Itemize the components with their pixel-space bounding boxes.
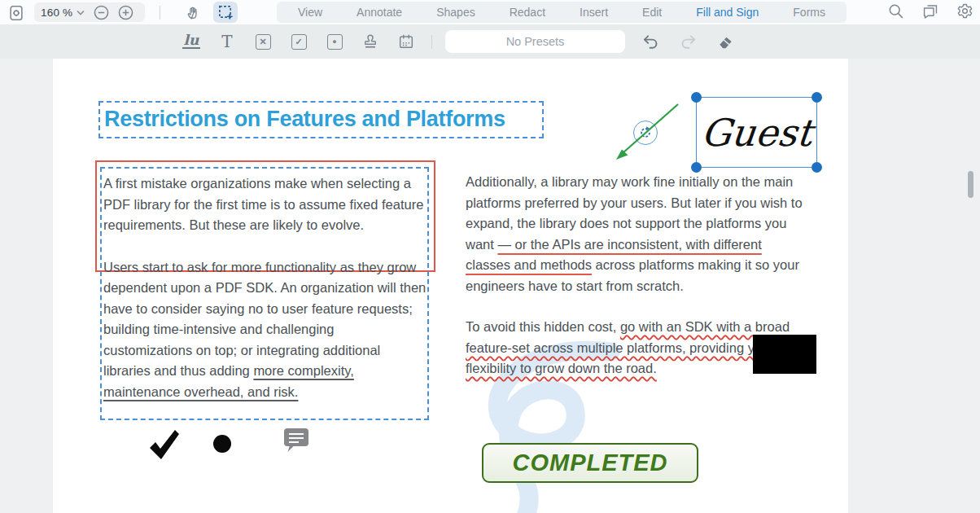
redaction-box[interactable] [753, 335, 816, 374]
menu-redact[interactable]: Redact [510, 6, 545, 19]
cross-box-icon: ✕ [256, 34, 271, 50]
document-settings-icon[interactable] [7, 3, 26, 23]
menu-fill-and-sign[interactable]: Fill and Sign [696, 6, 759, 19]
signature-text: Guest [699, 111, 814, 155]
fill-and-sign-toolbar: lu T ✕ ✓ ● No Presets [0, 24, 980, 59]
text-icon: T [221, 32, 232, 51]
resize-handle-bottom-left[interactable] [691, 162, 702, 173]
menu-view[interactable]: View [298, 6, 322, 19]
toolbar-divider [160, 6, 160, 20]
document-heading: Restrictions on Features and Platforms [104, 107, 542, 132]
eraser-button[interactable] [715, 31, 736, 52]
cross-box-tool[interactable]: ✕ [252, 31, 273, 52]
resize-handle-top-right[interactable] [812, 92, 822, 103]
top-toolbar: 160 % ViewAnnotateShapesRedactInsertEdit… [0, 0, 980, 24]
comment-annotation-icon[interactable] [282, 428, 311, 454]
undo-button[interactable] [640, 31, 661, 52]
stamp-tool[interactable] [360, 31, 381, 52]
zoom-in-button[interactable] [118, 5, 133, 20]
text-tool[interactable]: T [217, 31, 238, 52]
zoom-controls: 160 % [34, 2, 145, 22]
heading-annotation-box[interactable]: Restrictions on Features and Platforms [98, 101, 544, 138]
pan-hand-tool[interactable] [182, 2, 203, 22]
document-canvas: Restrictions on Features and Platforms A… [0, 59, 980, 513]
pdf-page[interactable]: Restrictions on Features and Platforms A… [53, 59, 848, 513]
dot-box-icon: ● [327, 34, 343, 50]
topbar-right-icons [887, 2, 973, 20]
text-segment-plain: Users start to ask for more functionalit… [103, 260, 426, 379]
history-tools [640, 24, 736, 59]
presets-placeholder: No Presets [506, 35, 565, 48]
presets-field[interactable]: No Presets [445, 30, 625, 53]
menu-insert[interactable]: Insert [580, 6, 608, 19]
annotation-tools: lu T ✕ ✓ ● [181, 24, 417, 59]
completed-stamp[interactable]: COMPLETED [482, 443, 698, 483]
menu-edit[interactable]: Edit [642, 6, 662, 19]
chevron-down-icon[interactable] [77, 10, 85, 15]
check-box-tool[interactable]: ✓ [288, 31, 309, 52]
marquee-select-tool[interactable] [213, 2, 238, 23]
menu-bar: ViewAnnotateShapesRedactInsertEditFill a… [277, 2, 847, 23]
pdf-editor-app: 160 % ViewAnnotateShapesRedactInsertEdit… [0, 0, 980, 513]
dot-annotation[interactable] [213, 435, 231, 453]
search-icon[interactable] [887, 2, 904, 20]
signature-annotation[interactable]: Guest [696, 97, 817, 168]
text-segment-plain: To avoid this hidden cost, [466, 319, 620, 334]
left-text-annotation-box[interactable]: A first mistake organizations make when … [100, 167, 429, 420]
zoom-out-button[interactable] [94, 5, 109, 20]
signature-icon: lu [182, 34, 201, 49]
signature-tool[interactable]: lu [181, 31, 202, 52]
menu-forms[interactable]: Forms [793, 6, 825, 19]
checkmark-annotation[interactable] [147, 428, 181, 462]
redo-button[interactable] [677, 31, 698, 52]
stamp-text: COMPLETED [512, 449, 667, 476]
calendar-icon [397, 33, 415, 50]
left-paragraph-1: A first mistake organizations make when … [103, 173, 427, 236]
menu-shapes[interactable]: Shapes [436, 6, 475, 19]
resize-handle-top-left[interactable] [691, 92, 702, 103]
left-paragraph-2: Users start to ask for more functionalit… [103, 257, 427, 403]
resize-handle-bottom-right[interactable] [812, 162, 822, 173]
dot-box-tool[interactable]: ● [324, 31, 345, 52]
toolbar-divider-2 [431, 35, 432, 49]
gear-icon[interactable] [956, 2, 973, 20]
green-arrow-annotation[interactable] [615, 101, 683, 164]
right-paragraph-1: Additionally, a library may work fine in… [466, 172, 804, 296]
check-box-icon: ✓ [291, 34, 307, 50]
menu-annotate[interactable]: Annotate [357, 6, 402, 19]
vertical-scrollbar-thumb[interactable] [968, 171, 973, 198]
comments-icon[interactable] [921, 2, 939, 20]
date-tool[interactable] [396, 31, 417, 52]
zoom-level[interactable]: 160 % [41, 7, 72, 19]
stamp-icon [361, 33, 379, 50]
